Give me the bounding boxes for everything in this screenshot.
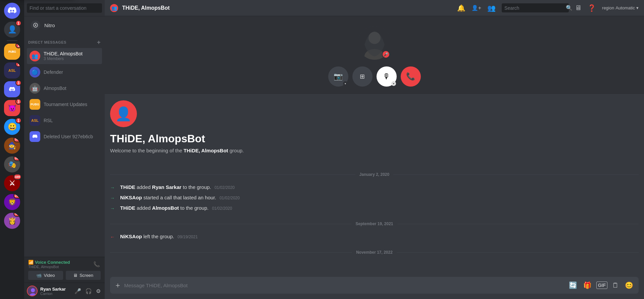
server-icon-449[interactable]: ⚔ 449 <box>4 175 20 191</box>
chat-group-desc-prefix: Welcome to the beginning of the <box>110 148 184 153</box>
call-mute-button[interactable]: 🎙 ▾ <box>377 66 397 87</box>
dm-add-button[interactable]: + <box>97 39 101 45</box>
search-input[interactable] <box>27 3 102 13</box>
voice-disconnect-icon-button[interactable]: 📞 <box>93 260 101 268</box>
server-icon-asl[interactable]: ASL 1 <box>4 62 20 79</box>
server-icon-796[interactable]: 👸 NEW <box>4 213 20 229</box>
dm-avatar-defender: 🔵 <box>30 67 40 78</box>
emoji-icon[interactable]: 😊 <box>624 280 635 291</box>
call-avatar-wrapper: 🎤 <box>358 26 391 60</box>
message-add-button[interactable]: ＋ <box>114 277 121 294</box>
nitro-icon <box>31 20 40 30</box>
arrow-icon-3: → <box>110 205 117 212</box>
server-icon-206[interactable]: 🦁 206 <box>4 194 20 210</box>
members-icon[interactable]: 👥 <box>487 4 496 12</box>
dm-info-deleted: Deleted User 927eb6cb <box>44 134 93 139</box>
region-label: region <box>602 5 614 10</box>
server-badge-discord2: 3 <box>15 80 21 86</box>
sticker-icon[interactable]: 🗒 <box>611 280 620 291</box>
arrow-icon-4: ← <box>110 234 117 241</box>
dm-avatar-deleted <box>30 131 40 142</box>
chat-message-3: → THiDE added AlmopsBot to the group. 01… <box>110 204 639 212</box>
call-end-button[interactable]: 📞 <box>401 66 421 87</box>
dm-item-defender[interactable]: 🔵 Defender <box>27 64 102 80</box>
date-divider-sep: September 19, 2021 <box>110 221 639 226</box>
dm-list: 👥 THiDE, AlmopsBot 3 Members 🔵 Defender … <box>24 47 105 257</box>
dm-item-thide-almopsbot[interactable]: 👥 THiDE, AlmopsBot 3 Members <box>27 48 102 64</box>
svg-point-1 <box>35 24 37 26</box>
notification-bell-icon[interactable]: 🔔 <box>457 4 465 12</box>
inbox-icon[interactable]: 🖥 <box>575 4 582 12</box>
server-badge-160: 160 <box>13 138 20 142</box>
server-icon-160[interactable]: 🧙 160 <box>4 138 20 154</box>
region-value: Automatic <box>615 5 635 10</box>
server-icon-blue2[interactable]: 😀 1 <box>4 119 20 135</box>
server-badge-796: NEW <box>13 213 20 217</box>
end-call-icon: 📞 <box>406 72 415 81</box>
top-bar: 👥 THiDE, AlmopsBot 🔔 👤+ 👥 🔍 🖥 ❓ region A… <box>105 0 644 16</box>
server-icon-home[interactable] <box>4 3 20 19</box>
dm-name-rsl: RSL <box>44 118 53 123</box>
msg-target-3: AlmopsBot <box>152 205 179 211</box>
arrow-icon-2: → <box>110 195 117 202</box>
user-info: Ryan Sarkar Carrion <box>40 287 70 296</box>
message-input-area: ＋ 🔄 🎁 GIF 🗒 😊 <box>105 277 644 299</box>
msg-author-3: THiDE <box>120 205 135 211</box>
chat-group-desc-suffix: group. <box>228 148 244 153</box>
dm-item-tournament-updates[interactable]: PUBG Tournament Updates <box>27 96 102 112</box>
gift-icon[interactable]: 🎁 <box>582 280 593 291</box>
server-icon-discord2[interactable]: 3 <box>4 81 20 97</box>
message-text-4: NiKSAop left the group. 09/19/2021 <box>120 233 639 241</box>
search-input[interactable] <box>504 5 563 11</box>
server-icon-red[interactable]: 😈 3 <box>4 100 20 116</box>
chat-area: 👤 THiDE, AlmopsBot Welcome to the beginn… <box>105 94 644 277</box>
dm-avatar-rsl: ASL <box>30 115 40 126</box>
server-divider <box>7 40 17 41</box>
chat-group-intro: 👤 THiDE, AlmopsBot Welcome to the beginn… <box>110 100 639 159</box>
nitro-item[interactable]: Nitro <box>27 18 102 33</box>
video-icon: 📹 <box>36 273 42 278</box>
video-button[interactable]: 📹 Video <box>28 271 63 280</box>
dm-item-deleted-user[interactable]: Deleted User 927eb6cb <box>27 129 102 145</box>
help-icon[interactable]: ❓ <box>588 4 596 12</box>
dm-sub-thide: 3 Members <box>44 56 83 61</box>
settings-button[interactable]: ⚙ <box>95 287 102 296</box>
chat-message-1: → THiDE added Ryan Sarkar to the group. … <box>110 184 639 191</box>
dm-name-deleted: Deleted User 927eb6cb <box>44 134 93 139</box>
message-input[interactable] <box>124 279 565 292</box>
call-screenshare-button[interactable]: ⊞ <box>352 66 373 87</box>
server-icon-280[interactable]: 🎭 280 <box>4 156 20 172</box>
server-icon-pubg[interactable]: PUBG 1 <box>4 44 20 60</box>
call-area: 🎤 📷 ▾ ⊞ 🎙 ▾ 📞 <box>105 16 644 94</box>
server-badge-280: 280 <box>13 156 20 161</box>
dm-avatar-tournament: PUBG <box>30 99 40 110</box>
server-icon-friends[interactable]: 👤 1 <box>4 21 20 38</box>
screen-icon: 🖥 <box>73 273 78 278</box>
server-badge-red: 3 <box>15 99 21 105</box>
chevron-down-icon: ▾ <box>636 5 639 10</box>
dm-name-tournament: Tournament Updates <box>44 102 87 107</box>
user-name: Ryan Sarkar <box>40 287 70 292</box>
dm-info-thide: THiDE, AlmopsBot 3 Members <box>44 51 83 61</box>
voice-actions: 📹 Video 🖥 Screen <box>28 271 101 280</box>
mute-button[interactable]: 🎤 <box>73 287 83 296</box>
deafen-button[interactable]: 🎧 <box>84 287 93 296</box>
dm-item-almopsbot[interactable]: 🤖 AlmopsBot <box>27 80 102 96</box>
top-bar-title: THiDE, AlmopsBot <box>122 5 170 11</box>
server-sidebar: 👤 1 PUBG 1 ASL 1 3 😈 3 😀 1 🧙 160 🎭 280 <box>0 0 24 299</box>
screen-button[interactable]: 🖥 Screen <box>66 271 101 280</box>
gif-icon[interactable]: GIF <box>596 282 607 289</box>
add-friend-icon[interactable]: 👤+ <box>472 5 481 11</box>
chat-message-2: → NiKSAop started a call that lasted an … <box>110 194 639 202</box>
dm-item-rsl[interactable]: ASL RSL <box>27 112 102 129</box>
search-box: 🔍 <box>502 3 569 12</box>
user-controls: 🎤 🎧 ⚙ <box>73 287 102 296</box>
date-label-nov: November 17, 2022 <box>352 250 397 255</box>
server-badge-friends: 1 <box>15 20 21 26</box>
chat-group-name: THiDE, AlmopsBot <box>110 133 205 145</box>
dm-avatar-almopsbot: 🤖 <box>30 83 40 94</box>
region-selector[interactable]: region Automatic ▾ <box>602 5 639 10</box>
refresh-icon[interactable]: 🔄 <box>567 280 579 291</box>
server-badge-asl: 1 <box>15 62 20 67</box>
call-camera-button[interactable]: 📷 ▾ <box>328 66 348 87</box>
